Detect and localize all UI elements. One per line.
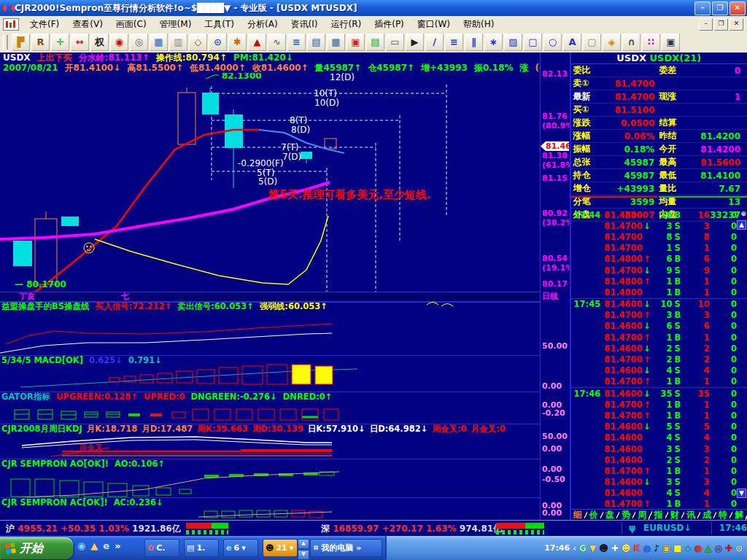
taskbar-button-c[interactable]: ✿ C. — [144, 539, 179, 557]
tray-icon-clock[interactable]: ⊙ — [735, 543, 743, 553]
ao-panel[interactable]: CJR SEMPRON AO[OK]!AO:0.106↑ — [0, 459, 540, 498]
menu-screen[interactable]: 画面(C) — [109, 17, 153, 31]
tray-icon[interactable]: ▣ — [662, 543, 670, 553]
hlines-icon[interactable]: ≡ — [445, 34, 463, 51]
tick-list[interactable]: 17:44 81.4800 16 B 16 0 81.4700 ↓ 3 — [571, 209, 747, 510]
quote-tab[interactable]: 盘 — [603, 510, 616, 520]
menu-plugins[interactable]: 插件(P) — [368, 17, 411, 31]
mdi-restore-button[interactable]: ❐ — [714, 18, 728, 31]
taskbar-button-qq21[interactable]: ☻ 21 ▾ — [263, 539, 298, 557]
tray-icon-qq[interactable]: ☻ — [599, 543, 608, 553]
quote-tab[interactable]: 财 — [668, 510, 681, 520]
plug-icon[interactable]: ∿ — [268, 34, 286, 51]
open-folder-icon[interactable]: ▛ — [12, 34, 30, 51]
calendar-icon[interactable]: ▦ — [150, 34, 168, 51]
quote-window-icon[interactable]: ▤ — [366, 34, 384, 51]
menu-window[interactable]: 窗口(W) — [411, 17, 457, 31]
scroll-up-button[interactable]: ▲ — [737, 220, 746, 230]
scroll-target-icon[interactable]: ⊕ — [740, 210, 746, 217]
scroll-down-button[interactable]: ▼ — [298, 550, 309, 560]
quote-tab[interactable]: 势 — [619, 510, 632, 520]
rsi-icon[interactable]: R — [31, 34, 50, 51]
monitor-icon[interactable]: ▭ — [386, 34, 404, 51]
rect-tool-icon[interactable]: □ — [524, 34, 542, 51]
move-cross-icon[interactable]: ✛ — [51, 34, 69, 51]
circle-tool-icon[interactable]: ○ — [543, 34, 562, 51]
start-button[interactable]: 开始 — [0, 537, 73, 559]
traffic-light-icon[interactable]: ◉ — [110, 34, 128, 51]
save-icon[interactable]: ▣ — [662, 34, 680, 51]
menu-info[interactable]: 资讯(I) — [285, 17, 325, 31]
warning-icon[interactable]: ▲ — [90, 540, 98, 551]
quote-tab[interactable]: 讯 — [684, 510, 697, 520]
columns-icon[interactable]: ▤ — [307, 34, 325, 51]
mdi-minimize-button[interactable]: – — [699, 18, 713, 31]
macd-panel[interactable]: 5/34/5 MACD[OK]0.625↓0.791↓ — [0, 355, 540, 392]
cursor-icon[interactable]: ▶ — [406, 34, 424, 51]
restore-button[interactable]: ❐ — [712, 1, 728, 15]
tray-icon[interactable]: ✚ — [611, 543, 619, 553]
magnifier-icon[interactable]: ⊙ — [209, 34, 227, 51]
tray-icon[interactable]: ◈ — [684, 543, 691, 553]
chevron-icon[interactable]: » — [115, 540, 120, 551]
fan-lines-icon[interactable]: ∗ — [484, 34, 503, 51]
kdj-panel[interactable]: CJR2008月周日KDJ月K:18.718月D:17.487周K:39.663… — [0, 424, 540, 459]
book-icon[interactable]: ◇ — [189, 34, 207, 51]
shenzhen-index[interactable]: 深 16859.97 +270.17 1.63% 974.81亿 — [321, 523, 502, 535]
chart-window-icon[interactable]: ▦ — [327, 34, 345, 51]
stoplight-icon[interactable]: ◎ — [130, 34, 148, 51]
menu-view[interactable]: 查看(V) — [66, 17, 109, 31]
quote-tab[interactable]: 细 — [571, 510, 584, 520]
copy-icon[interactable]: ▢ — [583, 34, 601, 51]
tray-icon-antivirus[interactable]: ✚ — [725, 543, 732, 553]
hatch-icon[interactable]: ▨ — [504, 34, 522, 51]
ac-panel[interactable]: CJR SEMPRON AC[OK]!AC:0.236↓ — [0, 497, 540, 521]
close-button[interactable]: ✕ — [729, 1, 746, 15]
tray-icon[interactable]: ◉ — [643, 543, 651, 553]
tools-icon[interactable]: ✱ — [228, 34, 247, 51]
tray-icon[interactable]: ◎ — [714, 543, 721, 553]
tray-icon-k[interactable]: K — [633, 543, 640, 553]
list-icon[interactable]: ≡ — [287, 34, 306, 51]
rights-dropdown-icon[interactable]: 权 — [90, 34, 109, 51]
kline-window-icon[interactable]: ▣ — [347, 34, 365, 51]
tray-icon-volume[interactable]: ♪ — [654, 543, 659, 553]
taskbar-button-my-computer[interactable]: ⌗ 我的电脑 » — [310, 539, 382, 557]
h-arrow-icon[interactable]: ↔ — [71, 34, 89, 51]
quote-tab[interactable]: 价 — [587, 510, 600, 520]
eraser-icon[interactable]: ◈ — [603, 34, 621, 51]
vlines-icon[interactable]: ∥ — [465, 34, 483, 51]
quote-tab[interactable]: 解 — [732, 510, 746, 520]
menu-tools[interactable]: 工具(T) — [198, 17, 241, 31]
tray-icon[interactable]: ▲ — [705, 543, 711, 553]
shanghai-index[interactable]: 沪 4955.21 +50.35 1.03% 1921.86亿 — [6, 523, 181, 535]
menu-file[interactable]: 文件(F) — [23, 17, 66, 31]
mdi-close-button[interactable]: ✕ — [729, 18, 743, 31]
tray-icon[interactable]: ▼ — [589, 543, 596, 553]
menu-help[interactable]: 帮助(H) — [457, 17, 500, 31]
taskbar-button-1[interactable]: ▤ 1. — [184, 539, 219, 557]
tray-icon[interactable]: ● — [694, 543, 702, 553]
menu-analysis[interactable]: 分析(A) — [241, 17, 285, 31]
toolbar-grip[interactable] — [3, 35, 8, 50]
trendline-icon[interactable]: ∕ — [425, 34, 444, 51]
quote-tab[interactable]: 成 — [700, 510, 713, 520]
quote-tab[interactable]: 特 — [716, 510, 729, 520]
quote-tab[interactable]: 周 — [635, 510, 649, 520]
bell-icon[interactable]: ▲ — [248, 34, 266, 51]
current-symbol[interactable]: EURUSD↓ — [643, 523, 692, 533]
quote-tab[interactable]: 指 — [652, 510, 665, 520]
chevron-icon[interactable]: » — [356, 543, 361, 553]
scroll-up-button[interactable]: ▲ — [298, 539, 309, 549]
minimize-button[interactable]: – — [694, 1, 711, 15]
palette-icon[interactable]: ∷ — [642, 34, 660, 51]
gator-panel[interactable]: GATOR指标UPGREEN:0.128↑UPRED:0DNGREEN:-0.2… — [0, 392, 540, 424]
menu-manage[interactable]: 管理(M) — [153, 17, 198, 31]
tray-icon-g[interactable]: G — [579, 543, 587, 553]
ie-icon[interactable]: e — [103, 540, 109, 551]
menu-run[interactable]: 运行(R) — [325, 17, 368, 31]
tray-icon[interactable]: ■ — [673, 543, 681, 553]
taskbar-button-ie6[interactable]: e 6 ▾ — [223, 539, 258, 557]
text-tool-icon[interactable]: A — [563, 34, 581, 51]
news-icon[interactable]: ▥ — [169, 34, 187, 51]
